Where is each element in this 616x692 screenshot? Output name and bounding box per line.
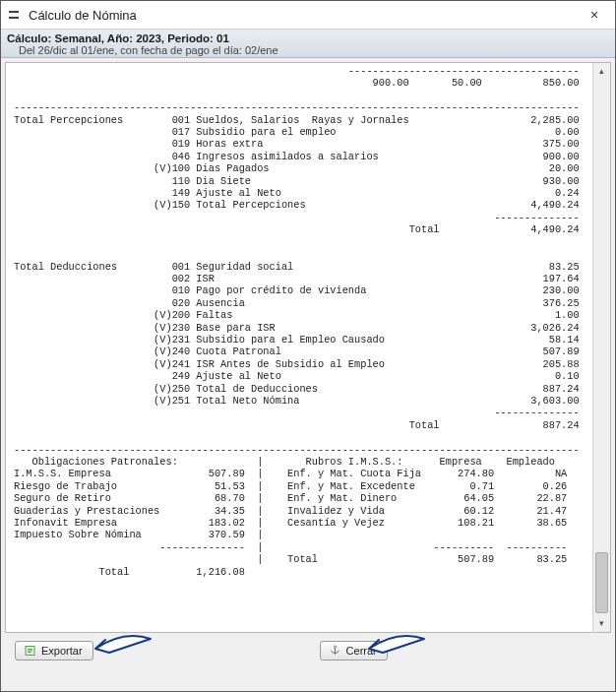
subheader: Cálculo: Semanal, Año: 2023, Periodo: 01… — [1, 30, 615, 58]
anchor-icon — [329, 645, 341, 657]
report-viewport: -------------------------------------- 9… — [6, 63, 592, 632]
scroll-down-icon[interactable]: ▾ — [593, 615, 610, 632]
export-label: Exportar — [41, 645, 83, 657]
titlebar: Cálculo de Nómina × — [1, 1, 615, 30]
close-button[interactable]: Cerrar — [320, 641, 388, 661]
content-area: -------------------------------------- 9… — [1, 58, 615, 691]
scroll-track[interactable] — [593, 80, 610, 615]
calc-period-line: Cálculo: Semanal, Año: 2023, Periodo: 01 — [7, 32, 609, 44]
window-root: Cálculo de Nómina × Cálculo: Semanal, Añ… — [0, 0, 616, 692]
scroll-up-icon[interactable]: ▴ — [593, 63, 610, 80]
annotation-arrow-left — [84, 631, 153, 668]
svg-point-1 — [334, 646, 336, 648]
app-icon — [7, 8, 23, 22]
scroll-thumb[interactable] — [595, 552, 608, 613]
export-icon — [24, 645, 36, 657]
button-row: Exportar Cerrar — [5, 633, 611, 668]
vertical-scrollbar[interactable]: ▴ ▾ — [592, 63, 610, 632]
report-frame: -------------------------------------- 9… — [5, 62, 611, 633]
calc-date-line: Del 26/dic al 01/ene, con fecha de pago … — [7, 44, 609, 56]
close-icon[interactable]: × — [580, 7, 609, 23]
export-button[interactable]: Exportar — [15, 641, 93, 661]
close-label: Cerrar — [346, 645, 377, 657]
report-text: -------------------------------------- 9… — [14, 65, 588, 578]
window-title: Cálculo de Nómina — [29, 8, 137, 23]
